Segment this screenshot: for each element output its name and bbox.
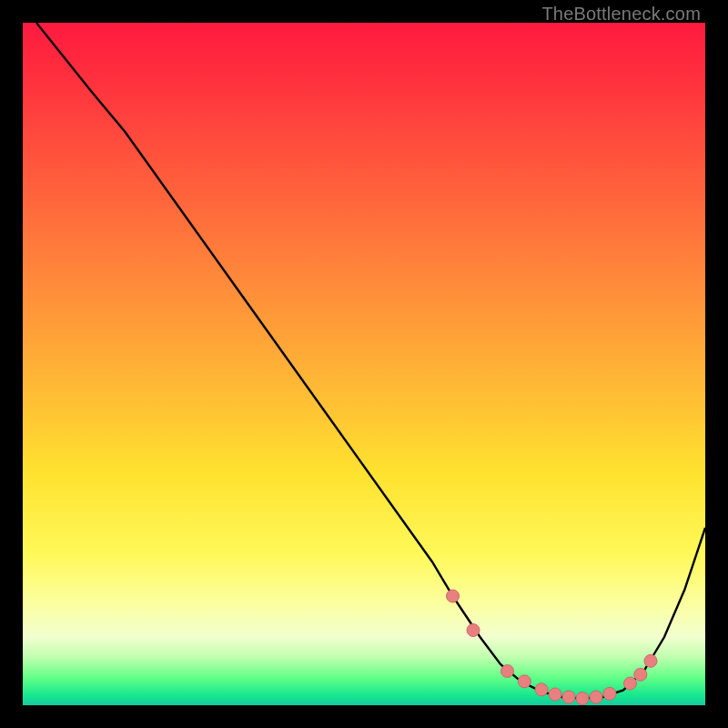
marker-group bbox=[447, 590, 658, 705]
curve-layer bbox=[23, 23, 705, 705]
highlight-dot bbox=[644, 654, 657, 667]
highlight-dot bbox=[562, 691, 575, 703]
highlight-dot bbox=[603, 687, 616, 700]
highlight-dot bbox=[535, 683, 548, 696]
highlight-dot bbox=[467, 624, 480, 637]
highlight-dot bbox=[518, 675, 531, 688]
highlight-dot bbox=[501, 665, 514, 678]
highlight-dot bbox=[634, 668, 647, 681]
chart-stage: TheBottleneck.com bbox=[0, 0, 728, 728]
highlight-dot bbox=[590, 691, 602, 703]
highlight-dot bbox=[576, 693, 589, 705]
highlight-dot bbox=[624, 677, 637, 690]
highlight-dot bbox=[549, 688, 561, 701]
bottleneck-curve-path bbox=[36, 23, 705, 699]
highlight-dot bbox=[447, 590, 460, 602]
watermark-label: TheBottleneck.com bbox=[541, 4, 701, 25]
